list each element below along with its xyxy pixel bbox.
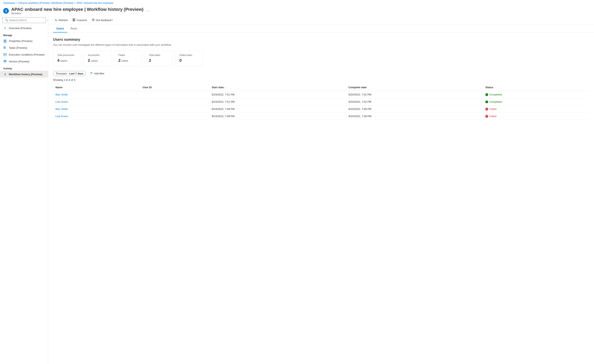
svg-rect-3 (4, 42, 7, 43)
filter-row: Timespan : Last 7 days Add filter (53, 71, 589, 76)
col-start-date[interactable]: Start date↓ (209, 84, 346, 91)
search-box[interactable]: 🔍 (2, 17, 46, 23)
svg-rect-0 (4, 40, 7, 40)
cell-start-date: 8/24/2022, 7:51 PM (209, 98, 346, 105)
card-total-tasks-value: 2 (149, 58, 169, 63)
sidebar-item-execution[interactable]: Execution conditions (Preview) (0, 51, 48, 58)
card-failed-tasks-label: Failed tasks (179, 54, 199, 57)
sidebar-item-overview-label: Overview (Preview) (9, 27, 32, 30)
col-status: Status (483, 84, 589, 91)
sidebar-item-tasks[interactable]: Tasks (Preview) (0, 44, 48, 51)
properties-icon (3, 39, 7, 43)
cell-name: Lisa Green (53, 98, 140, 105)
page-subtitle: Workflow (11, 12, 143, 15)
tab-runs[interactable]: Runs (67, 25, 80, 32)
cell-complete-date: 8/24/2022, 7:52 PM (346, 98, 483, 105)
sidebar-item-workflow-history[interactable]: ℹ Workflow history (Preview) (0, 71, 48, 78)
failed-icon: ✕ (485, 108, 488, 110)
cell-name: Lisa Green (53, 113, 140, 120)
table-row: Max Smith 8/24/2022, 7:51 PM 8/24/2022, … (53, 91, 589, 98)
page-header: ℹ APAC onboard new hire employee | Workf… (0, 6, 594, 16)
more-options-button[interactable]: ··· (147, 9, 150, 13)
cell-status: ✕Failed (483, 105, 589, 113)
card-total-processed: Total processed 4users (53, 50, 81, 66)
search-icon: 🔍 (5, 19, 8, 22)
svg-rect-15 (74, 19, 75, 21)
columns-label: Columns (77, 19, 87, 22)
col-name: Name (53, 84, 140, 91)
main-content: ↻ Refresh Columns Got feedback? Users Ru… (48, 16, 594, 364)
failed-icon: ✕ (485, 115, 488, 118)
page-header-icon: ℹ (3, 8, 9, 14)
sidebar-item-workflow-history-label: Workflow history (Preview) (9, 73, 42, 76)
card-successful-label: Successful (88, 54, 108, 57)
add-filter-button[interactable]: Add filter (88, 71, 106, 76)
refresh-button[interactable]: ↻ Refresh (53, 17, 70, 23)
sidebar-item-properties-label: Properties (Preview) (9, 39, 33, 43)
status-badge: ✕Failed (485, 108, 587, 110)
cell-start-date: 8/24/2022, 7:51 PM (209, 91, 346, 98)
sidebar-item-execution-label: Execution conditions (Preview) (9, 53, 45, 56)
svg-rect-11 (4, 60, 7, 61)
user-name-link[interactable]: Lisa Green (55, 100, 68, 103)
svg-rect-14 (73, 19, 74, 21)
svg-rect-13 (4, 62, 7, 62)
card-failed: Failed 2users (114, 50, 142, 66)
status-badge: ✓Completed (485, 100, 587, 103)
refresh-label: Refresh (59, 19, 68, 22)
page-title: APAC onboard new hire employee | Workflo… (11, 7, 143, 12)
tab-users[interactable]: Users (53, 25, 67, 32)
sidebar-item-overview[interactable]: ℹ Overview (Preview) (0, 25, 48, 32)
search-input[interactable] (9, 19, 43, 22)
cell-name: Max Smith (53, 91, 140, 98)
card-total-processed-label: Total processed (57, 54, 77, 57)
completed-icon: ✓ (485, 93, 488, 96)
timespan-button[interactable]: Timespan : Last 7 days (53, 71, 86, 76)
info-icon: ℹ (3, 26, 7, 30)
showing-text: Showing 1 to 4 of 4 (53, 78, 589, 81)
card-failed-label: Failed (118, 54, 138, 57)
add-filter-label: Add filter (94, 72, 104, 75)
breadcrumb-workflow[interactable]: APAC onboard new hire employee (76, 2, 113, 4)
status-badge: ✕Failed (485, 115, 587, 118)
feedback-button[interactable]: Got feedback? (90, 17, 115, 23)
columns-button[interactable]: Columns (71, 17, 89, 23)
sidebar: 🔍 « ℹ Overview (Preview) Manage Properti… (0, 16, 48, 364)
cell-status: ✓Completed (483, 98, 589, 105)
cell-name: Max Smith (53, 105, 140, 113)
breadcrumb-dashboard[interactable]: Dashboard (3, 2, 15, 4)
cell-user-id (140, 105, 209, 113)
col-user-id: User ID (140, 84, 209, 91)
table-row: Max Smith 8/24/2022, 7:48 PM 8/24/2022, … (53, 105, 589, 113)
timespan-value: Last 7 days (69, 72, 83, 75)
user-name-link[interactable]: Max Smith (55, 93, 68, 96)
timespan-label: Timespan (56, 72, 67, 75)
tabs: Users Runs (48, 25, 594, 33)
completed-icon: ✓ (485, 100, 488, 103)
data-table: Name User ID Start date↓ Complete date S… (53, 84, 589, 120)
col-complete-date: Complete date (346, 84, 483, 91)
version-icon (3, 59, 7, 63)
svg-rect-12 (4, 61, 7, 61)
sidebar-item-tasks-label: Tasks (Preview) (9, 46, 27, 49)
sidebar-item-properties[interactable]: Properties (Preview) (0, 38, 48, 44)
cell-status: ✕Failed (483, 113, 589, 120)
cell-complete-date: 8/24/2022, 7:48 PM (346, 113, 483, 120)
card-total-tasks: Total tasks 2 (145, 50, 173, 66)
svg-rect-5 (4, 47, 6, 48)
svg-rect-4 (4, 46, 6, 47)
workflow-history-icon: ℹ (3, 72, 7, 76)
user-name-link[interactable]: Max Smith (55, 108, 68, 110)
cell-user-id (140, 98, 209, 105)
card-failed-tasks: Failed tasks 0 (175, 50, 203, 66)
cell-complete-date: 8/24/2022, 7:48 PM (346, 105, 483, 113)
breadcrumb-lifecycle[interactable]: Lifecycle workflows (Preview) | Workflow… (18, 2, 74, 4)
breadcrumb: Dashboard > Lifecycle workflows (Preview… (0, 0, 594, 6)
sidebar-section-activity: Activity (0, 65, 48, 71)
status-badge: ✓Completed (485, 93, 587, 96)
sidebar-item-version[interactable]: Version (Preview) (0, 58, 48, 65)
card-failed-tasks-value: 0 (179, 58, 199, 63)
user-name-link[interactable]: Lisa Green (55, 115, 68, 118)
sidebar-collapse-button[interactable]: « (47, 19, 48, 22)
execution-icon (3, 53, 7, 56)
